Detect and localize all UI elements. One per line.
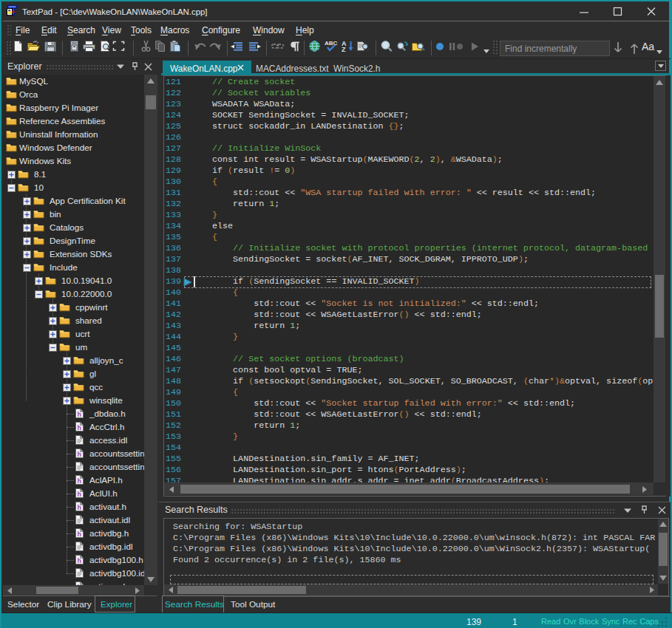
svg-text:h: h: [78, 411, 82, 418]
svg-text:h: h: [78, 491, 82, 498]
svg-text:h: h: [78, 477, 82, 485]
svg-text:h: h: [78, 504, 82, 511]
svg-text:h: h: [78, 530, 82, 538]
svg-text:Z: Z: [342, 46, 346, 52]
svg-text:h: h: [78, 424, 82, 431]
svg-text:ABC: ABC: [325, 40, 338, 47]
svg-text:h: h: [78, 557, 82, 564]
svg-text:h: h: [78, 451, 82, 458]
